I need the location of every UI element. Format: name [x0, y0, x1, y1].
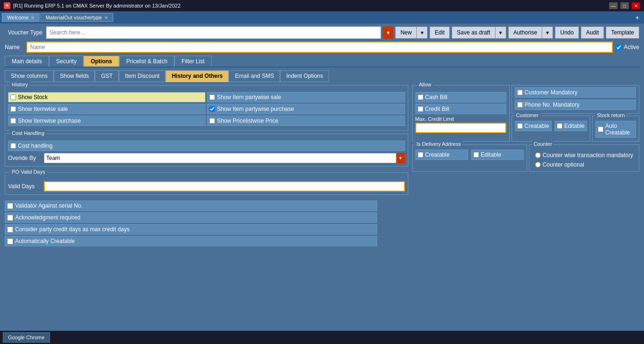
- tab-add-button[interactable]: +: [633, 14, 642, 21]
- tab-welcome-close[interactable]: ✕: [31, 15, 34, 20]
- tab-pricelist-batch[interactable]: Pricelist & Batch: [119, 56, 174, 67]
- validator-checkbox[interactable]: [7, 203, 13, 209]
- edit-button[interactable]: Edit: [429, 26, 450, 39]
- subtab-show-columns[interactable]: Show columns: [5, 70, 54, 82]
- party-credit-label: Consider party credit days as max credit…: [15, 226, 130, 233]
- check-show-itemwise-sale: Show Itemwise sale: [8, 104, 206, 114]
- active-checkbox[interactable]: [616, 44, 622, 50]
- tab-materialout-label: MaterialOut vouchertype: [46, 15, 102, 20]
- customer-editable-checkbox[interactable]: [557, 123, 562, 129]
- active-checkbox-group: Active: [616, 44, 639, 50]
- tab-options[interactable]: Options: [83, 56, 119, 67]
- voucher-type-search[interactable]: [46, 26, 381, 39]
- cash-bill-label: Cash Bill: [425, 94, 447, 101]
- stock-return-panel: Stock return Auto Creatable: [592, 116, 639, 142]
- overide-by-input[interactable]: [44, 153, 396, 163]
- check-show-itemwise-purchase: Show Itemwise purchase: [8, 116, 206, 126]
- counter-panel: Counter Counter wise transaction mandato…: [529, 144, 639, 172]
- credit-bill-checkbox[interactable]: [418, 106, 423, 112]
- show-stock-checkbox[interactable]: [10, 94, 16, 100]
- maximize-button[interactable]: □: [620, 2, 629, 9]
- allow-panel: Allow Cash Bill Credit Bill Max. Credit …: [412, 85, 510, 142]
- right-top-panels: Allow Cash Bill Credit Bill Max. Credit …: [412, 85, 639, 142]
- delivery-creatable-label: Creatable: [425, 151, 450, 158]
- party-credit-row: Consider party credit days as max credit…: [5, 224, 377, 235]
- name-input[interactable]: [26, 42, 613, 53]
- authorise-button[interactable]: Authorise: [508, 26, 542, 39]
- counter-wise-row: Counter wise transaction mandatory: [533, 151, 635, 160]
- save-draft-dropdown-button[interactable]: ▼: [495, 26, 506, 39]
- subtab-show-fields[interactable]: Show fields: [54, 70, 95, 82]
- validator-row: Validator Against serial No.: [5, 201, 377, 211]
- name-label: Name: [5, 44, 24, 50]
- acknowledgment-checkbox[interactable]: [7, 215, 13, 221]
- show-pricelistwise-checkbox[interactable]: [209, 118, 215, 124]
- show-partywise-purchase-checkbox[interactable]: [209, 106, 215, 112]
- tab-materialout-close[interactable]: ✕: [104, 15, 108, 20]
- show-partywise-sale-checkbox[interactable]: [209, 94, 215, 100]
- valid-days-row: Valid Days: [8, 181, 405, 192]
- subtab-item-discount[interactable]: Item Discount: [119, 70, 165, 82]
- authorise-dropdown-button[interactable]: ▼: [542, 26, 553, 39]
- template-button[interactable]: Template: [606, 26, 639, 39]
- save-as-draft-button[interactable]: Save as draft: [452, 26, 495, 39]
- delivery-creatable-checkbox[interactable]: [418, 152, 423, 158]
- party-credit-checkbox[interactable]: [7, 227, 13, 233]
- customer-panel-title: Customer: [515, 112, 540, 118]
- show-itemwise-sale-checkbox[interactable]: [10, 106, 16, 112]
- overide-by-label: Overide By: [8, 155, 41, 161]
- close-button[interactable]: ✕: [632, 2, 640, 9]
- phone-mandatory-checkbox[interactable]: [517, 102, 523, 108]
- tab-main-details[interactable]: Main details: [5, 56, 49, 67]
- subtab-gst[interactable]: GST: [95, 70, 119, 82]
- show-itemwise-purchase-label: Show Itemwise purchase: [18, 117, 81, 124]
- overide-by-dropdown[interactable]: ▼: [396, 153, 405, 163]
- delivery-editable-checkbox[interactable]: [473, 152, 479, 158]
- tab-security[interactable]: Security: [49, 56, 83, 67]
- customer-editable-row: Editable: [554, 121, 587, 131]
- delivery-counter-row: Is Delivery Address Creatable Editable: [412, 144, 639, 172]
- po-valid-days-title: PO Valid Days: [10, 169, 47, 175]
- cash-bill-checkbox[interactable]: [418, 94, 423, 100]
- name-row: Name Active: [5, 42, 639, 53]
- check-show-stock: Show Stock: [8, 92, 206, 102]
- counter-wise-radio[interactable]: [535, 152, 541, 158]
- check-show-pricelistwise: Show Pricelistwise Price: [207, 116, 405, 126]
- tab-filter-list[interactable]: Filter List: [174, 56, 212, 67]
- overide-by-row: Overide By ▼: [8, 153, 405, 163]
- customer-editable-label: Editable: [564, 123, 585, 129]
- undo-button[interactable]: Undo: [555, 26, 579, 39]
- minimize-button[interactable]: —: [609, 2, 618, 9]
- counter-optional-radio[interactable]: [535, 162, 541, 168]
- counter-optional-row: Counter optional: [533, 160, 635, 169]
- customer-creatable-checkbox[interactable]: [517, 123, 523, 129]
- main-area: Voucher Type ▼ New ▼ Edit Save as draft …: [0, 24, 644, 251]
- cost-handling-checkbox[interactable]: [10, 143, 16, 149]
- max-credit-limit-input[interactable]: [415, 123, 506, 133]
- search-dropdown-button[interactable]: ▼: [383, 26, 393, 39]
- counter-optional-label: Counter optional: [543, 161, 584, 168]
- show-itemwise-purchase-checkbox[interactable]: [10, 118, 16, 124]
- subtab-email-sms[interactable]: Email and SMS: [229, 70, 280, 82]
- auto-creatable-bottom-checkbox[interactable]: [7, 238, 13, 244]
- max-credit-limit-row: Max. Credit Limit: [415, 116, 506, 122]
- app-icon: R: [4, 2, 10, 9]
- check-show-partywise-sale: Show Item partywise sale: [207, 92, 405, 102]
- customer-panel: Customer Creatable Editable: [512, 116, 590, 142]
- customer-mandatory-checkbox[interactable]: [517, 90, 523, 95]
- auto-creatable-bottom-row: Automatically Creatable: [5, 236, 377, 246]
- tab-welcome-label: Welcome: [7, 15, 29, 20]
- auto-creatable-checkbox[interactable]: [598, 126, 603, 132]
- valid-days-input[interactable]: [44, 181, 405, 192]
- max-credit-limit-label: Max. Credit Limit: [415, 116, 454, 122]
- delivery-panel-title: Is Delivery Address: [415, 141, 462, 147]
- right-sub-column: Customer Mandatory Phone No. Mandatory: [512, 85, 639, 142]
- tab-materialout[interactable]: MaterialOut vouchertype ✕: [41, 13, 113, 22]
- new-dropdown-button[interactable]: ▼: [416, 26, 428, 39]
- subtab-history-others[interactable]: History and Others: [165, 70, 229, 82]
- show-pricelistwise-label: Show Pricelistwise Price: [217, 117, 278, 124]
- audit-button[interactable]: Audit: [581, 26, 604, 39]
- tab-welcome[interactable]: Welcome ✕: [2, 13, 40, 22]
- subtab-indent-options[interactable]: Indent Options: [280, 70, 329, 82]
- new-button[interactable]: New: [395, 26, 416, 39]
